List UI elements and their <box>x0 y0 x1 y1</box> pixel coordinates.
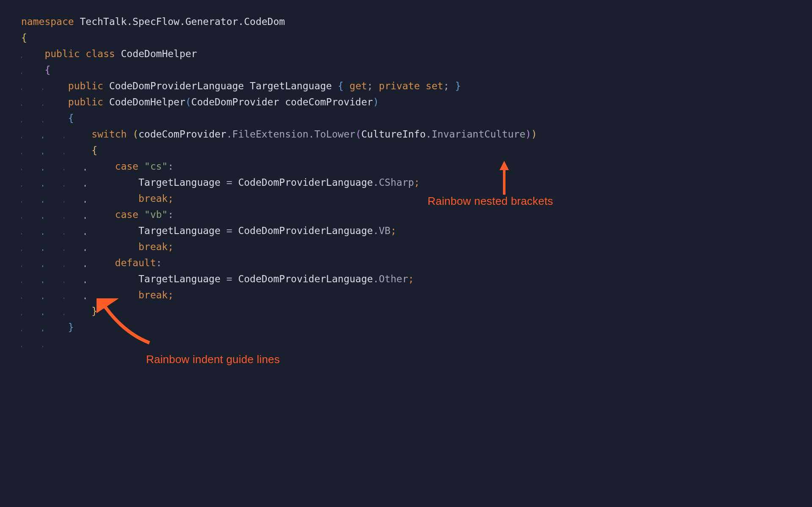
keyword-break: break <box>138 193 168 204</box>
punct-semi: ; <box>168 241 174 252</box>
punct-semi: ; <box>390 225 396 236</box>
code-line: { <box>21 62 812 78</box>
punct-colon: : <box>168 161 174 172</box>
brace-blue: } <box>455 80 461 91</box>
keyword-switch: switch <box>91 129 127 140</box>
code-line: public CodeDomHelper(CodeDomProvider cod… <box>21 94 812 110</box>
arrow-curve-icon <box>97 298 152 345</box>
punct-dot: . <box>426 129 432 140</box>
punct-semi: ; <box>168 289 174 300</box>
ctor-name: CodeDomHelper <box>109 96 185 107</box>
assign-lhs: TargetLanguage <box>138 273 221 284</box>
type-culture: CultureInfo <box>361 129 425 140</box>
assign-enum: CodeDomProviderLanguage <box>238 177 373 188</box>
code-line: { <box>21 30 812 46</box>
code-line: switch (codeComProvider.FileExtension.To… <box>21 126 812 142</box>
culture-prop: InvariantCulture <box>431 129 525 140</box>
keyword-default: default <box>115 257 156 268</box>
assign-enum: CodeDomProviderLanguage <box>238 225 373 236</box>
assign-lhs: TargetLanguage <box>138 225 221 236</box>
punct-semi: ; <box>443 80 449 91</box>
enum-value: Other <box>379 273 408 284</box>
punct-dot: . <box>226 129 232 140</box>
punct-eq: = <box>226 177 232 188</box>
code-line: { <box>21 110 812 126</box>
brace-purple: { <box>44 64 50 75</box>
code-editor[interactable]: namespace TechTalk.SpecFlow.Generator.Co… <box>0 0 812 335</box>
keyword-set: set <box>426 80 444 91</box>
punct-eq: = <box>226 225 232 236</box>
punct-semi: ; <box>408 273 414 284</box>
code-line: case "cs": <box>21 158 812 174</box>
code-line: TargetLanguage = CodeDomProviderLanguage… <box>21 174 812 190</box>
punct-semi: ; <box>168 193 174 204</box>
punct-dot: . <box>373 273 379 284</box>
punct-dot: . <box>309 129 315 140</box>
code-line: public class CodeDomHelper <box>21 46 812 62</box>
brace-blue: } <box>68 322 74 333</box>
punct-eq: = <box>226 273 232 284</box>
brace-blue: { <box>68 113 74 124</box>
paren-blue: ) <box>373 96 379 107</box>
code-line: public CodeDomProviderLanguage TargetLan… <box>21 78 812 94</box>
keyword-class: class <box>86 48 115 59</box>
punct-dot: . <box>373 225 379 236</box>
annotation-rainbow-brackets: Rainbow nested brackets <box>428 193 553 209</box>
string-literal: "cs" <box>144 161 168 172</box>
switch-method: ToLower <box>314 129 355 140</box>
brace-blue: { <box>338 80 344 91</box>
property-name: TargetLanguage <box>250 80 332 91</box>
punct-colon: : <box>168 209 174 220</box>
punct-semi: ; <box>367 80 373 91</box>
keyword-get: get <box>350 80 367 91</box>
keyword-public: public <box>44 48 80 59</box>
punct-colon: : <box>156 257 162 268</box>
brace-yellow: { <box>91 145 97 156</box>
keyword-private: private <box>379 80 420 91</box>
enum-value: CSharp <box>379 177 414 188</box>
assign-enum: CodeDomProviderLanguage <box>238 273 373 284</box>
code-line: break; <box>21 239 812 255</box>
assign-lhs: TargetLanguage <box>138 177 221 188</box>
paren-yellow: ( <box>133 129 138 140</box>
code-line: case "vb": <box>21 207 812 223</box>
code-line: break; <box>21 190 812 207</box>
param-name: codeComProvider <box>285 96 373 107</box>
class-name: CodeDomHelper <box>121 48 197 59</box>
punct-semi: ; <box>414 177 420 188</box>
type-name: CodeDomProviderLanguage <box>109 80 244 91</box>
code-line: { <box>21 142 812 158</box>
paren-purple: ( <box>355 129 361 140</box>
paren-purple: ) <box>525 129 531 140</box>
keyword-case: case <box>115 209 138 220</box>
keyword-public: public <box>68 80 103 91</box>
switch-obj: codeComProvider <box>138 129 226 140</box>
paren-blue: ( <box>185 96 191 107</box>
param-type: CodeDomProvider <box>191 96 279 107</box>
keyword-namespace: namespace <box>21 16 74 27</box>
paren-yellow: ) <box>531 129 537 140</box>
switch-prop: FileExtension <box>232 129 309 140</box>
enum-value: VB <box>379 225 391 236</box>
annotation-rainbow-indent: Rainbow indent guide lines <box>146 351 280 367</box>
code-line: TargetLanguage = CodeDomProviderLanguage… <box>21 271 812 287</box>
brace-yellow: { <box>21 32 27 43</box>
punct-dot: . <box>373 177 379 188</box>
code-line: namespace TechTalk.SpecFlow.Generator.Co… <box>21 14 812 30</box>
arrow-up-icon <box>500 161 509 170</box>
namespace-name: TechTalk.SpecFlow.Generator.CodeDom <box>80 16 285 27</box>
keyword-case: case <box>115 161 138 172</box>
code-line: default: <box>21 255 812 271</box>
code-line: TargetLanguage = CodeDomProviderLanguage… <box>21 223 812 239</box>
keyword-public: public <box>68 96 103 107</box>
string-literal: "vb" <box>144 209 168 220</box>
keyword-break: break <box>138 241 168 252</box>
